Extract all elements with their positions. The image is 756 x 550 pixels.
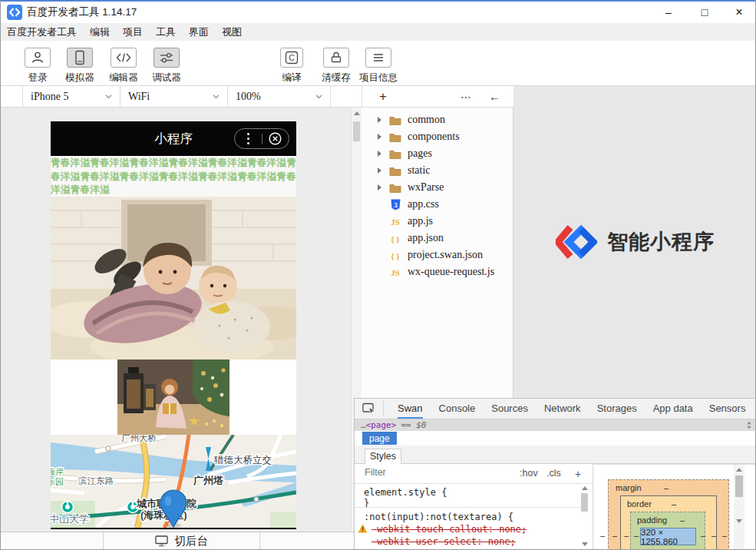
menu-app[interactable]: 百度开发者工具 bbox=[7, 25, 77, 39]
map-canvas: 广州大桥 滨江东路 猎德大桥立交 广州塔 城市职业学院 (海珠校区) 中山大学 … bbox=[51, 435, 296, 528]
expand-arrow-icon[interactable] bbox=[378, 134, 381, 140]
switch-background-button[interactable]: 切后台 bbox=[103, 532, 260, 550]
sliders-icon bbox=[158, 50, 175, 65]
tree-collapse-button[interactable]: ← bbox=[489, 86, 500, 108]
breadcrumb-page[interactable]: page bbox=[362, 432, 397, 445]
menu-edit[interactable]: 编辑 bbox=[90, 25, 110, 39]
phone-icon bbox=[71, 49, 88, 66]
photo-kids bbox=[51, 197, 296, 359]
editor-button[interactable]: 编辑器 bbox=[102, 48, 145, 84]
clear-cache-button[interactable]: 清缓存 bbox=[315, 48, 358, 84]
devtools-tab-bar: Swan Console Sources Network Storages Ap… bbox=[355, 399, 756, 419]
scroll-updown-icon[interactable] bbox=[746, 421, 752, 429]
json-file-icon: { } bbox=[388, 250, 402, 260]
map-label-tower: 广州塔 bbox=[193, 475, 224, 486]
minimize-button[interactable]: – bbox=[655, 2, 682, 23]
zoom-select[interactable]: 100% bbox=[227, 86, 331, 108]
tree-file-projectjson[interactable]: { } project.swan.json bbox=[361, 247, 513, 263]
class-toggle[interactable]: .cls bbox=[546, 468, 561, 479]
switch-background-label: 切后台 bbox=[174, 534, 208, 548]
tree-file-appjs[interactable]: JS app.js bbox=[361, 213, 513, 230]
brush-icon bbox=[328, 50, 344, 65]
tree-folder-common[interactable]: common bbox=[361, 111, 513, 128]
menu-interface[interactable]: 界面 bbox=[189, 25, 209, 39]
tree-file-appjson[interactable]: { } app.json bbox=[361, 230, 513, 247]
device-select[interactable]: iPhone 5 bbox=[22, 86, 120, 108]
tab-sources[interactable]: Sources bbox=[491, 399, 528, 419]
simulator-button[interactable]: 模拟器 bbox=[58, 48, 101, 84]
styles-scroll-up[interactable] bbox=[582, 486, 588, 490]
scroll-down-arrow[interactable] bbox=[736, 519, 742, 523]
add-file-button[interactable]: + bbox=[379, 86, 387, 108]
styles-filter-input[interactable] bbox=[365, 467, 480, 478]
menu-tools[interactable]: 工具 bbox=[156, 25, 176, 39]
menu-view[interactable]: 视图 bbox=[222, 25, 242, 39]
css-prop-user-select[interactable]: -webkit-user-select: none; bbox=[371, 536, 516, 547]
styles-scroll-thumb[interactable] bbox=[581, 493, 588, 512]
photo-strip bbox=[51, 359, 296, 435]
tab-console[interactable]: Console bbox=[439, 399, 476, 419]
expand-arrow-icon[interactable] bbox=[378, 117, 381, 123]
element-style-selector[interactable]: element.style { bbox=[364, 487, 447, 498]
menu-dots-button[interactable] bbox=[235, 133, 262, 145]
miniapp-close-button[interactable] bbox=[262, 132, 289, 145]
project-info-button[interactable]: 项目信息 bbox=[357, 48, 400, 84]
menu-project[interactable]: 项目 bbox=[123, 25, 143, 39]
scroll-up-arrow[interactable] bbox=[354, 111, 360, 115]
compile-button[interactable]: C 编译 bbox=[270, 48, 313, 84]
map-view[interactable]: 广州大桥 滨江东路 猎德大桥立交 广州塔 城市职业学院 (海珠校区) 中山大学 … bbox=[51, 435, 296, 528]
scrollbar-thumb[interactable] bbox=[735, 475, 743, 497]
styles-scroll-down[interactable] bbox=[582, 542, 588, 546]
tab-swan[interactable]: Swan bbox=[398, 399, 423, 419]
map-label-university: 中山大学 bbox=[51, 513, 89, 525]
tab-appdata[interactable]: App data bbox=[653, 399, 693, 419]
debugger-button[interactable]: 调试器 bbox=[145, 48, 188, 84]
dom-selected-element-row[interactable]: …<page>== $0 bbox=[355, 419, 756, 431]
tree-file-appcss[interactable]: 3 app.css bbox=[361, 196, 513, 213]
folder-icon bbox=[388, 115, 402, 125]
hover-state-toggle[interactable]: :hov bbox=[520, 468, 538, 479]
tab-network[interactable]: Network bbox=[544, 399, 581, 419]
js-file-icon: JS bbox=[388, 267, 402, 277]
zoom-value: 100% bbox=[236, 91, 261, 103]
new-style-rule-button[interactable]: + bbox=[575, 468, 581, 480]
expand-arrow-icon[interactable] bbox=[378, 151, 381, 157]
tree-folder-components[interactable]: components bbox=[361, 128, 513, 145]
person-icon bbox=[30, 50, 45, 65]
tree-folder-wxparse[interactable]: wxParse bbox=[361, 179, 513, 196]
styles-rules-list: element.style { } :not(input):not(textar… bbox=[355, 484, 593, 550]
file-tree-header: + ⋯ ← bbox=[361, 86, 513, 108]
boxmodel-scrollbar[interactable] bbox=[734, 465, 744, 550]
close-button[interactable]: × bbox=[726, 2, 752, 23]
svg-text:{ }: { } bbox=[391, 251, 399, 260]
toolbar: 登录 模拟器 编辑器 调试器 普通编译 bbox=[1, 41, 756, 86]
scrollbar-thumb[interactable] bbox=[353, 121, 360, 141]
maximize-button[interactable]: □ bbox=[692, 2, 718, 23]
tree-more-button[interactable]: ⋯ bbox=[461, 86, 471, 108]
expand-arrow-icon[interactable] bbox=[378, 167, 381, 174]
tab-sensors[interactable]: Sensors bbox=[709, 399, 746, 419]
brand-lockup: 智能小程序 bbox=[556, 225, 715, 259]
tab-styles[interactable]: Styles bbox=[365, 449, 401, 464]
tree-file-wxqueue[interactable]: JS wx-queue-request.js bbox=[361, 263, 513, 280]
box-model-content[interactable]: 320 × 1255.860 bbox=[640, 528, 696, 545]
svg-text:3: 3 bbox=[394, 200, 397, 208]
login-button[interactable]: 登录 bbox=[16, 48, 59, 84]
network-select[interactable]: WiFi bbox=[120, 86, 227, 108]
inspect-element-button[interactable] bbox=[355, 401, 384, 416]
map-label-bridge: 广州大桥 bbox=[121, 435, 157, 442]
preview-pane: 智能小程序 bbox=[513, 86, 756, 398]
css-prop-touch-callout[interactable]: -webkit-touch-callout: none; bbox=[371, 524, 527, 535]
smart-program-logo-icon bbox=[556, 225, 597, 259]
styles-filter-row: :hov .cls + bbox=[355, 464, 593, 484]
expand-arrow-icon[interactable] bbox=[378, 184, 381, 191]
app-window: 百度开发者工具 1.14.17 – □ × 百度开发者工具 编辑 项目 工具 界… bbox=[0, 0, 756, 550]
tree-folder-pages[interactable]: pages bbox=[361, 145, 513, 162]
svg-text:JS: JS bbox=[391, 217, 400, 227]
scroll-up-arrow[interactable] bbox=[736, 468, 742, 472]
not-input-selector[interactable]: :not(input):not(textarea) { bbox=[364, 512, 513, 522]
tree-folder-static[interactable]: static bbox=[361, 162, 513, 179]
tab-storages[interactable]: Storages bbox=[597, 399, 637, 419]
brand-name: 智能小程序 bbox=[607, 228, 715, 256]
window-title: 百度开发者工具 1.14.17 bbox=[27, 5, 137, 19]
